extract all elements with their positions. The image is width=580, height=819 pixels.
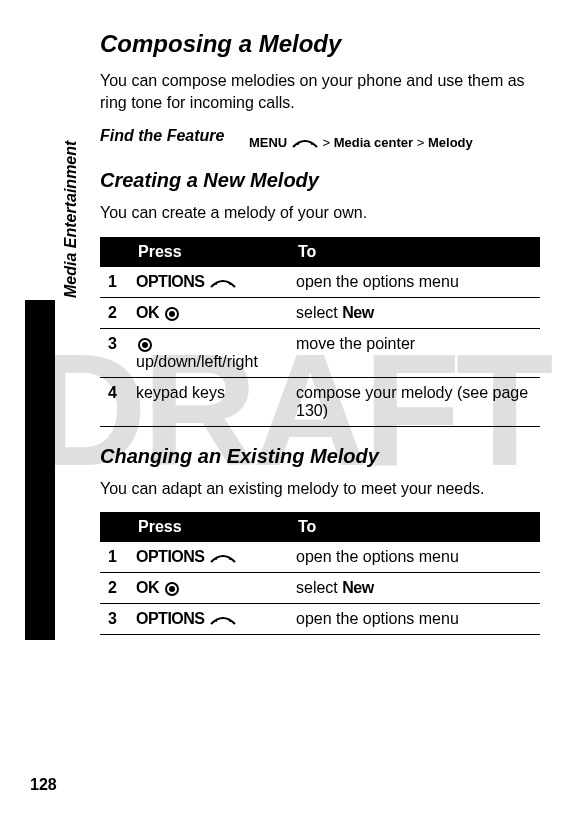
step-to: select New bbox=[288, 297, 540, 328]
col-num bbox=[100, 237, 128, 267]
find-feature-path: MENU > Media center > Melody bbox=[249, 135, 473, 152]
svg-point-9 bbox=[215, 620, 217, 622]
svg-point-10 bbox=[222, 617, 224, 619]
section-title-create: Creating a New Melody bbox=[100, 169, 540, 192]
svg-point-3 bbox=[215, 283, 217, 285]
step-num: 3 bbox=[100, 328, 128, 377]
table-row: 1 OPTIONS open the options menu bbox=[100, 267, 540, 298]
table-header-row: Press To bbox=[100, 512, 540, 542]
table-row: 3 up/down/left/right move the pointer bbox=[100, 328, 540, 377]
ok-label: OK bbox=[136, 304, 159, 321]
nav-dir-text: up/down/left/right bbox=[136, 353, 258, 370]
softkey-icon bbox=[209, 548, 237, 565]
options-label: OPTIONS bbox=[136, 610, 205, 627]
col-to: To bbox=[288, 512, 540, 542]
step-to: compose your melody (see page 130) bbox=[288, 377, 540, 426]
to-bold: New bbox=[342, 304, 373, 321]
step-press: keypad keys bbox=[128, 377, 288, 426]
menu-label: MENU bbox=[249, 135, 287, 150]
steps-table-change: Press To 1 OPTIONS bbox=[100, 512, 540, 635]
svg-point-1 bbox=[304, 140, 306, 142]
step-num: 3 bbox=[100, 604, 128, 635]
svg-point-8 bbox=[229, 558, 231, 560]
intro-paragraph-1: You can compose melodies on your phone a… bbox=[100, 70, 540, 115]
section-title-change: Changing an Existing Melody bbox=[100, 445, 540, 468]
col-press: Press bbox=[128, 237, 288, 267]
table-header-row: Press To bbox=[100, 237, 540, 267]
table-row: 2 OK select New bbox=[100, 573, 540, 604]
svg-point-4 bbox=[222, 280, 224, 282]
table-row: 2 OK select New bbox=[100, 297, 540, 328]
svg-point-11 bbox=[229, 620, 231, 622]
intro-paragraph-3: You can adapt an existing melody to meet… bbox=[100, 478, 540, 500]
table-row: 1 OPTIONS open the options menu bbox=[100, 542, 540, 573]
find-feature-label: Find the Feature bbox=[100, 127, 224, 145]
path-sep-2: > bbox=[417, 135, 425, 150]
page-content: Composing a Melody You can compose melod… bbox=[0, 0, 580, 669]
sidebar-tab bbox=[25, 300, 55, 640]
options-label: OPTIONS bbox=[136, 273, 205, 290]
step-num: 2 bbox=[100, 573, 128, 604]
nav-icon bbox=[138, 338, 152, 352]
steps-table-create: Press To 1 OPTIONS bbox=[100, 237, 540, 427]
step-press: up/down/left/right bbox=[128, 328, 288, 377]
svg-point-7 bbox=[222, 555, 224, 557]
col-to: To bbox=[288, 237, 540, 267]
page-number: 128 bbox=[30, 776, 57, 794]
step-num: 1 bbox=[100, 267, 128, 298]
step-num: 4 bbox=[100, 377, 128, 426]
to-bold: New bbox=[342, 579, 373, 596]
step-to: move the pointer bbox=[288, 328, 540, 377]
table-row: 3 OPTIONS open the options menu bbox=[100, 604, 540, 635]
svg-point-0 bbox=[297, 143, 299, 145]
page-title: Composing a Melody bbox=[100, 30, 540, 58]
path-sep-1: > bbox=[322, 135, 330, 150]
to-text: select bbox=[296, 304, 342, 321]
col-press: Press bbox=[128, 512, 288, 542]
sidebar-label: Media Entertainment bbox=[62, 141, 80, 298]
step-to: open the options menu bbox=[288, 604, 540, 635]
svg-point-5 bbox=[229, 283, 231, 285]
step-press: OPTIONS bbox=[128, 267, 288, 298]
nav-icon bbox=[165, 307, 179, 321]
step-to: open the options menu bbox=[288, 542, 540, 573]
options-label: OPTIONS bbox=[136, 548, 205, 565]
softkey-icon bbox=[209, 610, 237, 627]
softkey-icon bbox=[209, 273, 237, 290]
table-row: 4 keypad keys compose your melody (see p… bbox=[100, 377, 540, 426]
step-press: OK bbox=[128, 573, 288, 604]
col-num bbox=[100, 512, 128, 542]
svg-point-2 bbox=[311, 143, 313, 145]
intro-paragraph-2: You can create a melody of your own. bbox=[100, 202, 540, 224]
step-to: select New bbox=[288, 573, 540, 604]
nav-icon bbox=[165, 582, 179, 596]
path-item-2: Melody bbox=[428, 135, 473, 150]
step-press: OK bbox=[128, 297, 288, 328]
step-num: 1 bbox=[100, 542, 128, 573]
svg-point-6 bbox=[215, 558, 217, 560]
step-press: OPTIONS bbox=[128, 542, 288, 573]
to-text: select bbox=[296, 579, 342, 596]
step-to: open the options menu bbox=[288, 267, 540, 298]
step-num: 2 bbox=[100, 297, 128, 328]
softkey-icon bbox=[291, 135, 323, 150]
ok-label: OK bbox=[136, 579, 159, 596]
path-item-1: Media center bbox=[334, 135, 413, 150]
find-feature-block: Find the Feature MENU > Media center > M… bbox=[100, 127, 540, 152]
step-press: OPTIONS bbox=[128, 604, 288, 635]
